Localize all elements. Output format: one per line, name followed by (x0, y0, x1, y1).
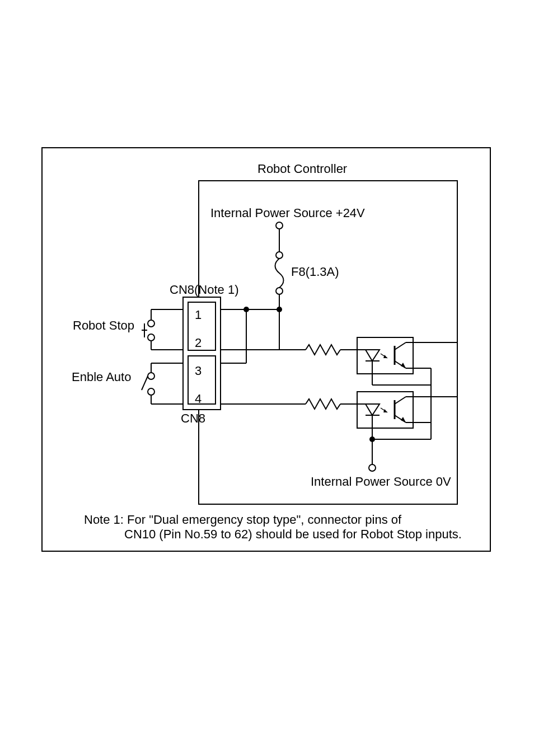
cn8-outer (183, 297, 221, 410)
power24-label: Internal Power Source +24V (210, 206, 365, 220)
enable-auto-label: Enble Auto (72, 370, 131, 384)
svg-marker-34 (401, 417, 406, 422)
svg-line-22 (142, 376, 148, 390)
resistor-1 (306, 345, 340, 355)
opto-1 (357, 337, 413, 374)
svg-point-20 (148, 373, 154, 379)
svg-marker-17 (401, 363, 406, 368)
svg-marker-30 (383, 409, 387, 412)
cn8-top-label: CN8(Note 1) (170, 283, 238, 297)
junction-dot (243, 307, 249, 312)
svg-point-3 (148, 334, 154, 341)
note1b-label: CN10 (Pin No.59 to 62) should be used fo… (124, 527, 462, 541)
svg-point-0 (276, 252, 283, 259)
pin1-label: 1 (195, 308, 202, 322)
schematic-diagram: Robot Controller Internal Power Source +… (0, 0, 534, 756)
svg-marker-8 (366, 350, 380, 361)
svg-line-15 (395, 342, 406, 350)
svg-line-32 (395, 397, 406, 404)
power0-terminal (369, 464, 376, 471)
robot-stop-switch (142, 320, 154, 341)
opto-2 (357, 392, 413, 428)
title-label: Robot Controller (257, 162, 347, 176)
fuse-label: F8(1.3A) (291, 265, 339, 279)
svg-marker-13 (383, 355, 387, 358)
fuse-symbol (275, 252, 284, 294)
pin3-label: 3 (195, 364, 202, 378)
power0-label: Internal Power Source 0V (311, 475, 451, 489)
note1a-label: Note 1: For "Dual emergency stop type", … (84, 513, 402, 527)
resistor-2 (306, 399, 340, 409)
svg-marker-25 (366, 404, 380, 415)
pin4-label: 4 (195, 392, 202, 406)
robot-stop-label: Robot Stop (73, 318, 134, 332)
svg-point-1 (276, 288, 283, 294)
svg-point-21 (148, 388, 154, 395)
cn8-bot-label: CN8 (181, 411, 205, 425)
enable-auto-switch (142, 373, 154, 395)
svg-point-2 (148, 320, 154, 327)
power24-terminal (276, 222, 283, 229)
pin2-label: 2 (195, 336, 202, 350)
